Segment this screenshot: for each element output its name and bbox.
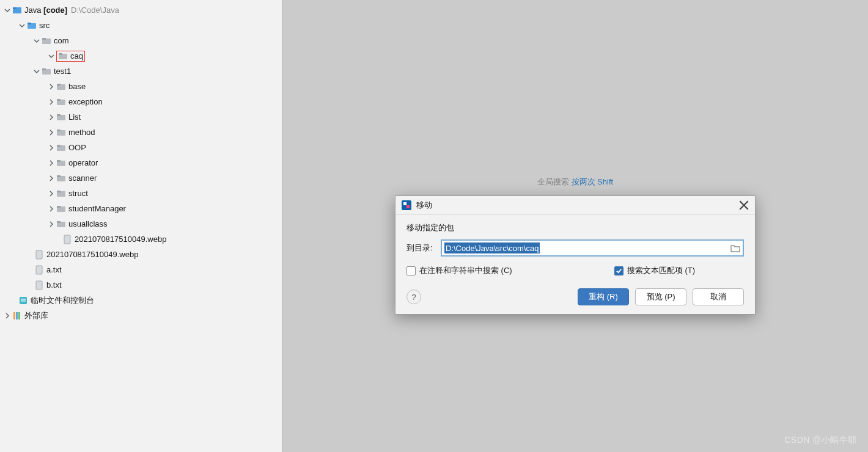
file-icon	[34, 280, 44, 290]
tree-root[interactable]: Java [code] D:\Code\Java	[0, 2, 282, 18]
tree-node-package[interactable]: OOP	[0, 140, 282, 155]
tree-label: 临时文件和控制台	[31, 295, 94, 306]
tree-node-package[interactable]: operator	[0, 155, 282, 170]
tree-label: a.txt	[46, 265, 62, 274]
chevron-down-icon[interactable]	[4, 7, 11, 13]
tree-node-package[interactable]: struct	[0, 186, 282, 201]
intellij-icon	[402, 200, 411, 210]
chevron-right-icon[interactable]	[48, 191, 55, 197]
svg-rect-41	[403, 202, 406, 205]
tree-node-external-libs[interactable]: 外部库	[0, 308, 282, 323]
tree-label: 外部库	[24, 310, 48, 321]
search-comments-checkbox[interactable]: 在注释和字符串中搜索 (C)	[406, 265, 512, 276]
watermark: CSDN @小蜗牛耶	[784, 435, 857, 446]
package-icon	[42, 67, 51, 76]
chevron-right-icon[interactable]	[48, 99, 55, 105]
help-icon[interactable]: ?	[406, 290, 421, 304]
tree-label: method	[68, 128, 95, 137]
tree-label: caq	[70, 51, 83, 60]
file-icon	[34, 265, 44, 275]
tree-label: scanner	[68, 173, 97, 183]
tree-node-file[interactable]: 2021070817510049.webp	[0, 231, 282, 247]
tree-label: com	[54, 36, 69, 45]
tree-node-package[interactable]: scanner	[0, 170, 282, 186]
tree-node-package[interactable]: List	[0, 109, 282, 125]
tree-node-src[interactable]: src	[0, 18, 282, 33]
chevron-down-icon[interactable]	[48, 53, 55, 59]
source-folder-icon	[27, 21, 37, 31]
dialog-subtitle: 移动指定的包	[406, 222, 744, 233]
tree-node-package[interactable]: studentManager	[0, 201, 282, 216]
svg-rect-11	[57, 84, 61, 86]
tree-label: usuallclass	[68, 219, 108, 228]
chevron-right-icon[interactable]	[48, 84, 55, 90]
tree-node-package[interactable]: base	[0, 79, 282, 94]
chevron-right-icon[interactable]	[48, 114, 55, 120]
svg-rect-35	[21, 299, 26, 300]
tree-node-package[interactable]: usuallclass	[0, 216, 282, 231]
package-icon	[56, 219, 66, 229]
svg-rect-21	[57, 160, 61, 162]
svg-rect-1	[13, 7, 17, 9]
refactor-button[interactable]: 重构 (R)	[578, 288, 629, 305]
package-icon	[56, 112, 66, 122]
global-search-hint: 全局搜索 按两次 Shift	[537, 176, 613, 188]
svg-rect-3	[28, 23, 31, 24]
svg-rect-5	[42, 38, 46, 40]
search-text-matches-checkbox[interactable]: 搜索文本匹配项 (T)	[614, 265, 695, 276]
tree-label: OOP	[68, 143, 86, 152]
tree-node-package[interactable]: method	[0, 125, 282, 140]
svg-rect-32	[36, 266, 42, 274]
svg-rect-7	[59, 53, 62, 55]
chevron-right-icon[interactable]	[4, 313, 11, 319]
cancel-button[interactable]: 取消	[693, 288, 744, 305]
shift-hint-link: 按两次 Shift	[572, 177, 614, 186]
tree-label: test1	[54, 67, 71, 76]
chevron-down-icon[interactable]	[18, 23, 26, 29]
tree-node-com[interactable]: com	[0, 33, 282, 48]
chevron-right-icon[interactable]	[48, 206, 55, 212]
tree-label: studentManager	[68, 204, 126, 213]
chevron-down-icon[interactable]	[33, 38, 40, 44]
tree-node-package[interactable]: exception	[0, 94, 282, 109]
chevron-right-icon[interactable]	[48, 221, 55, 227]
svg-rect-38	[16, 312, 18, 319]
checkbox-checked-icon	[614, 266, 623, 275]
tree-node-file[interactable]: b.txt	[0, 277, 282, 293]
svg-rect-37	[13, 312, 15, 319]
tree-node-caq[interactable]: caq	[0, 48, 282, 64]
dialog-title: 移动	[416, 200, 432, 211]
tree-node-file[interactable]: a.txt	[0, 262, 282, 277]
close-icon[interactable]	[739, 200, 749, 210]
chevron-right-icon[interactable]	[48, 175, 55, 181]
file-icon	[34, 250, 44, 260]
project-tree-panel[interactable]: Java [code] D:\Code\Java src com caq tes…	[0, 0, 282, 452]
svg-rect-42	[406, 205, 410, 208]
svg-rect-25	[57, 191, 61, 192]
chevron-right-icon[interactable]	[48, 145, 55, 151]
dialog-titlebar[interactable]: 移动	[395, 196, 755, 215]
project-name: Java [code]	[24, 5, 67, 15]
svg-rect-9	[42, 68, 46, 70]
package-icon	[58, 51, 68, 61]
tree-node-scratches[interactable]: 临时文件和控制台	[0, 293, 282, 308]
package-icon	[56, 189, 66, 199]
tree-label: List	[68, 112, 81, 122]
package-icon	[56, 158, 66, 168]
chevron-right-icon[interactable]	[48, 129, 55, 136]
tree-label: struct	[68, 189, 88, 198]
browse-folder-icon[interactable]	[728, 244, 743, 252]
svg-rect-15	[57, 114, 61, 116]
tree-node-test1[interactable]: test1	[0, 64, 282, 79]
destination-input[interactable]: D:\Code\Java\src\com\caq	[441, 239, 744, 257]
chevron-down-icon[interactable]	[33, 68, 40, 75]
project-path: D:\Code\Java	[71, 5, 119, 15]
library-icon	[12, 311, 22, 321]
chevron-right-icon[interactable]	[48, 160, 55, 166]
svg-rect-13	[57, 99, 61, 101]
tree-node-file[interactable]: 2021070817510049.webp	[0, 247, 282, 262]
package-icon	[42, 36, 51, 46]
preview-button[interactable]: 预览 (P)	[635, 288, 686, 305]
tree-label: exception	[68, 97, 103, 106]
svg-rect-36	[21, 301, 26, 302]
